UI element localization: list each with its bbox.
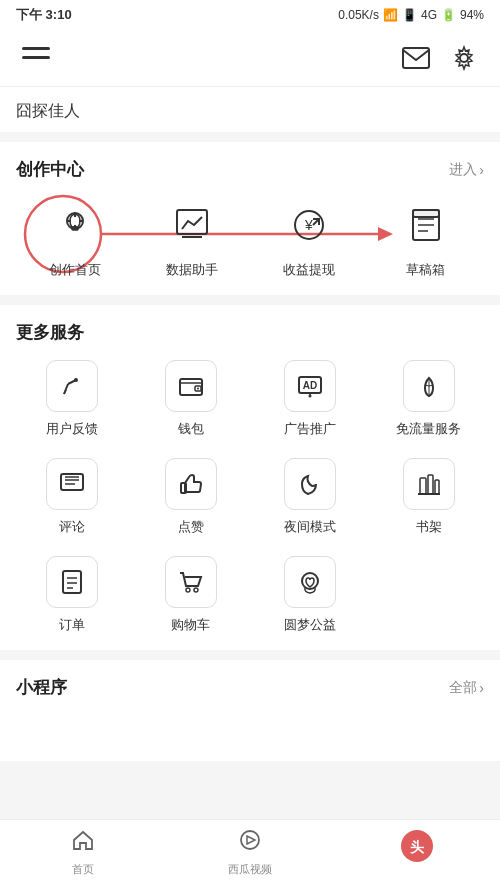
- night-label: 夜间模式: [284, 518, 336, 536]
- service-wallet[interactable]: 钱包: [135, 360, 246, 438]
- svg-point-50: [194, 588, 198, 592]
- creator-item-draft[interactable]: 草稿箱: [367, 197, 484, 279]
- svg-marker-53: [247, 836, 255, 844]
- service-order[interactable]: 订单: [16, 556, 127, 634]
- traffic-label: 免流量服务: [396, 420, 461, 438]
- more-services-title: 更多服务: [16, 321, 84, 344]
- creator-center-section: 创作中心 进入 ›: [0, 142, 500, 295]
- creator-home-label: 创作首页: [49, 261, 101, 279]
- nav-item-xigua[interactable]: 西瓜视频: [167, 828, 334, 877]
- top-header: 囧探佳人: [0, 87, 500, 132]
- status-speed: 0.05K/s: [338, 8, 379, 22]
- menu-button[interactable]: [18, 40, 54, 76]
- creator-item-income[interactable]: ¥ 收益提现: [250, 197, 367, 279]
- network-type: 4G: [421, 8, 437, 22]
- svg-point-3: [460, 54, 468, 62]
- service-feedback[interactable]: 用户反馈: [16, 360, 127, 438]
- svg-rect-23: [413, 210, 439, 217]
- service-like[interactable]: 点赞: [135, 458, 246, 536]
- battery-level: 94%: [460, 8, 484, 22]
- shelf-icon: [403, 458, 455, 510]
- cart-icon: [165, 556, 217, 608]
- bottom-nav: 首页 西瓜视频 头: [0, 819, 500, 889]
- creator-home-icon: [47, 197, 103, 253]
- svg-rect-28: [180, 379, 202, 395]
- xigua-nav-label: 西瓜视频: [228, 862, 272, 877]
- traffic-icon: [403, 360, 455, 412]
- status-bar: 下午 3:10 0.05K/s 📶 📱 4G 🔋 94%: [0, 0, 500, 30]
- profile-nav-icon: 头: [399, 828, 435, 870]
- creator-items-container: 创作首页 数据助手 ¥: [16, 197, 484, 279]
- signal-icon: 📱: [402, 8, 417, 22]
- creator-data-icon: [164, 197, 220, 253]
- svg-rect-40: [181, 483, 186, 493]
- creator-center-action[interactable]: 进入 ›: [449, 161, 484, 179]
- cart-label: 购物车: [171, 616, 210, 634]
- like-icon: [165, 458, 217, 510]
- mini-programs-section: 小程序 全部 ›: [0, 660, 500, 761]
- ads-icon: AD: [284, 360, 336, 412]
- settings-button[interactable]: [446, 40, 482, 76]
- home-nav-label: 首页: [72, 862, 94, 877]
- svg-rect-45: [63, 571, 81, 593]
- wallet-icon: [165, 360, 217, 412]
- svg-rect-2: [403, 48, 429, 68]
- top-nav: [0, 30, 500, 87]
- creator-center-title: 创作中心: [16, 158, 84, 181]
- home-nav-icon: [71, 828, 95, 858]
- svg-rect-14: [177, 210, 207, 234]
- svg-rect-43: [428, 475, 433, 494]
- battery-icon: 🔋: [441, 8, 456, 22]
- svg-point-26: [74, 378, 78, 382]
- nav-item-home[interactable]: 首页: [0, 828, 167, 877]
- creator-income-icon: ¥: [281, 197, 337, 253]
- like-label: 点赞: [178, 518, 204, 536]
- mini-programs-action[interactable]: 全部 ›: [449, 679, 484, 697]
- service-ads[interactable]: AD 广告推广: [254, 360, 365, 438]
- svg-text:AD: AD: [302, 380, 316, 391]
- wifi-icon: 📶: [383, 8, 398, 22]
- chevron-right-icon: ›: [479, 162, 484, 178]
- svg-rect-44: [435, 480, 439, 494]
- comment-icon: [46, 458, 98, 510]
- creator-data-label: 数据助手: [166, 261, 218, 279]
- order-icon: [46, 556, 98, 608]
- service-comment[interactable]: 评论: [16, 458, 127, 536]
- feedback-icon: [46, 360, 98, 412]
- feedback-label: 用户反馈: [46, 420, 98, 438]
- header-title: 囧探佳人: [16, 101, 484, 122]
- svg-text:头: 头: [409, 839, 425, 855]
- mini-programs-title: 小程序: [16, 676, 67, 699]
- service-shelf[interactable]: 书架: [373, 458, 484, 536]
- svg-rect-0: [22, 47, 50, 50]
- services-grid: 用户反馈 钱包 AD: [16, 360, 484, 634]
- wallet-label: 钱包: [178, 420, 204, 438]
- night-icon: [284, 458, 336, 510]
- more-services-header: 更多服务: [16, 321, 484, 344]
- service-traffic[interactable]: 免流量服务: [373, 360, 484, 438]
- status-time: 下午 3:10: [16, 6, 72, 24]
- creator-item-data[interactable]: 数据助手: [133, 197, 250, 279]
- nav-item-profile[interactable]: 头: [333, 828, 500, 877]
- dream-label: 圆梦公益: [284, 616, 336, 634]
- chevron-right-icon: ›: [479, 680, 484, 696]
- creator-draft-label: 草稿箱: [406, 261, 445, 279]
- creator-draft-icon: [398, 197, 454, 253]
- svg-point-30: [197, 388, 199, 390]
- service-dream[interactable]: 圆梦公益: [254, 556, 365, 634]
- shelf-label: 书架: [416, 518, 442, 536]
- svg-rect-42: [420, 478, 426, 494]
- svg-rect-1: [22, 56, 50, 59]
- more-services-section: 更多服务 用户反馈: [0, 305, 500, 650]
- creator-row: 创作首页 数据助手 ¥: [16, 197, 484, 279]
- svg-text:¥: ¥: [304, 217, 313, 233]
- status-right: 0.05K/s 📶 📱 4G 🔋 94%: [338, 8, 484, 22]
- service-cart[interactable]: 购物车: [135, 556, 246, 634]
- creator-item-home[interactable]: 创作首页: [16, 197, 133, 279]
- order-label: 订单: [59, 616, 85, 634]
- svg-point-34: [308, 395, 311, 398]
- creator-income-label: 收益提现: [283, 261, 335, 279]
- xigua-nav-icon: [238, 828, 262, 858]
- service-night[interactable]: 夜间模式: [254, 458, 365, 536]
- mail-button[interactable]: [398, 40, 434, 76]
